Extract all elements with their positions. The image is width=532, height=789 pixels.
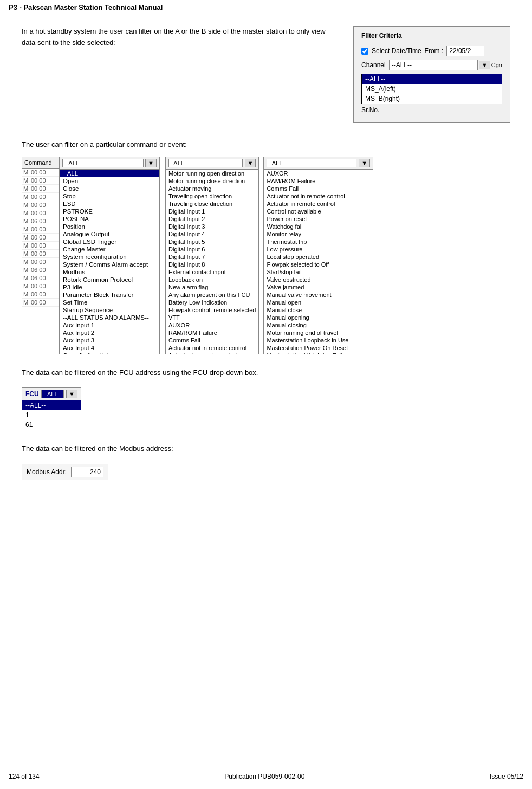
option-ms-b[interactable]: MS_B(right)	[362, 94, 502, 104]
list-item[interactable]: Manual open	[264, 299, 373, 306]
event-right-dropdown-btn[interactable]: ▼	[359, 159, 370, 167]
list-item[interactable]: Comms Fail	[264, 185, 373, 192]
list-item[interactable]: POSENA	[60, 215, 159, 223]
fcu-select[interactable]: --ALL--	[41, 390, 64, 398]
list-item[interactable]: Open	[60, 177, 159, 185]
list-item[interactable]: --ALL--	[60, 170, 159, 177]
list-item[interactable]: Manual closing	[264, 321, 373, 329]
command-select[interactable]: --ALL--	[62, 159, 144, 167]
list-item[interactable]: Open limit switch	[60, 352, 159, 354]
event-right-list[interactable]: AUXOR RAM/ROM Failure Comms Fail Actuato…	[264, 170, 373, 354]
event-left-list[interactable]: Motor running open direction Motor runni…	[166, 170, 258, 354]
command-list-box[interactable]: --ALL-- Open Close Stop ESD PSTROKE POSE…	[60, 170, 159, 354]
list-item[interactable]: Close	[60, 185, 159, 192]
list-item[interactable]: Flowpak selected to Off	[264, 261, 373, 268]
list-item[interactable]: Actuator not in remote control	[166, 344, 258, 352]
list-item[interactable]: Manual close	[264, 306, 373, 314]
command-section-intro: The user can filter on a particular comm…	[22, 139, 510, 150]
event-left-dropdown-btn[interactable]: ▼	[245, 159, 256, 167]
list-item[interactable]: Actuator moving	[166, 185, 258, 192]
list-item[interactable]: Modbus	[60, 268, 159, 276]
list-item[interactable]: Masterstation Watchdog Fail	[264, 352, 373, 354]
list-item[interactable]: Battery Low Indication	[166, 299, 258, 306]
list-item[interactable]: Digital Input 5	[166, 238, 258, 245]
list-item[interactable]: Motor running end of travel	[264, 329, 373, 337]
list-item[interactable]: Manual opening	[264, 314, 373, 321]
list-item[interactable]: Masterstation Loopback in Use	[264, 337, 373, 344]
fcu-list-item[interactable]: 61	[22, 420, 81, 430]
list-item[interactable]: Aux Input 1	[60, 321, 159, 329]
list-item[interactable]: Aux Input 4	[60, 344, 159, 352]
list-item[interactable]: Parameter Block Transfer	[60, 291, 159, 299]
from-date-input[interactable]: 22/05/2	[446, 46, 484, 56]
list-item[interactable]: Power on reset	[264, 215, 373, 223]
list-item[interactable]: RAM/ROM Failure	[264, 177, 373, 185]
list-item[interactable]: AUXOR	[166, 321, 258, 329]
list-item[interactable]: Change Master	[60, 245, 159, 253]
list-item[interactable]: Traveling open direction	[166, 192, 258, 200]
fcu-list-item[interactable]: 1	[22, 410, 81, 420]
fcu-list-box[interactable]: --ALL-- 1 61	[22, 400, 81, 430]
list-item[interactable]: System reconfiguration	[60, 253, 159, 261]
list-item[interactable]: System / Comms Alarm accept	[60, 261, 159, 268]
option-all[interactable]: --ALL--	[362, 74, 502, 84]
list-item[interactable]: Global ESD Trigger	[60, 238, 159, 245]
list-item[interactable]: Analogue Output	[60, 230, 159, 238]
list-item[interactable]: Digital Input 4	[166, 230, 258, 238]
list-item[interactable]: AUXOR	[264, 170, 373, 177]
select-date-checkbox[interactable]	[361, 48, 368, 55]
list-item[interactable]: Traveling close direction	[166, 200, 258, 208]
list-item[interactable]: Aux Input 3	[60, 337, 159, 344]
list-item[interactable]: Motor running close direction	[166, 177, 258, 185]
list-item[interactable]: Valve jammed	[264, 283, 373, 291]
list-item[interactable]: Actuator in remote control	[166, 352, 258, 354]
list-item[interactable]: ESD	[60, 200, 159, 208]
list-item[interactable]: Aux Input 2	[60, 329, 159, 337]
command-dropdown-btn[interactable]: ▼	[145, 159, 157, 167]
list-item[interactable]: P3 Idle	[60, 283, 159, 291]
list-item[interactable]: Monitor relay	[264, 230, 373, 238]
list-item[interactable]: Control not available	[264, 208, 373, 215]
fcu-dropdown-btn[interactable]: ▼	[66, 390, 77, 398]
list-item[interactable]: Manual valve movement	[264, 291, 373, 299]
channel-dropdown-btn[interactable]: ▼	[479, 61, 490, 69]
modbus-input[interactable]: 240	[71, 467, 103, 477]
event-right-select[interactable]: --ALL--	[267, 159, 356, 167]
list-item[interactable]: Position	[60, 223, 159, 230]
list-item[interactable]: Watchdog fail	[264, 223, 373, 230]
list-item[interactable]: Masterstation Power On Reset	[264, 344, 373, 352]
list-item[interactable]: Low pressure	[264, 245, 373, 253]
list-item[interactable]: Set Time	[60, 299, 159, 306]
list-item[interactable]: Loopback on	[166, 276, 258, 283]
list-item[interactable]: Rotork Common Protocol	[60, 276, 159, 283]
list-item[interactable]: Local stop operated	[264, 253, 373, 261]
list-item[interactable]: Digital Input 1	[166, 208, 258, 215]
list-item[interactable]: Start/stop fail	[264, 268, 373, 276]
list-item[interactable]: RAM/ROM Failure	[166, 329, 258, 337]
list-item[interactable]: Digital Input 7	[166, 253, 258, 261]
list-item[interactable]: --ALL STATUS AND ALARMS--	[60, 314, 159, 321]
channel-select[interactable]: --ALL--	[389, 60, 478, 70]
list-item[interactable]: Stop	[60, 192, 159, 200]
event-left-select[interactable]: --ALL--	[168, 159, 243, 167]
list-item[interactable]: PSTROKE	[60, 208, 159, 215]
option-ms-a[interactable]: MS_A(left)	[362, 84, 502, 94]
list-item[interactable]: Valve obstructed	[264, 276, 373, 283]
list-item[interactable]: Motor running open direction	[166, 170, 258, 177]
list-item[interactable]: New alarm flag	[166, 283, 258, 291]
list-item[interactable]: Digital Input 3	[166, 223, 258, 230]
list-item[interactable]: Flowpak control, remote selected	[166, 306, 258, 314]
fcu-list-item[interactable]: --ALL--	[22, 400, 81, 410]
list-item[interactable]: Startup Sequence	[60, 306, 159, 314]
list-item[interactable]: Digital Input 6	[166, 245, 258, 253]
list-item[interactable]: Comms Fail	[166, 337, 258, 344]
list-item[interactable]: Any alarm present on this FCU	[166, 291, 258, 299]
list-item[interactable]: Actuator not in remote control	[264, 192, 373, 200]
list-item[interactable]: VTT	[166, 314, 258, 321]
list-item[interactable]: Thermostat trip	[264, 238, 373, 245]
channel-dropdown-options: --ALL-- MS_A(left) MS_B(right)	[361, 74, 502, 104]
list-item[interactable]: External contact input	[166, 268, 258, 276]
list-item[interactable]: Digital Input 8	[166, 261, 258, 268]
list-item[interactable]: Actuator in remote control	[264, 200, 373, 208]
list-item[interactable]: Digital Input 2	[166, 215, 258, 223]
